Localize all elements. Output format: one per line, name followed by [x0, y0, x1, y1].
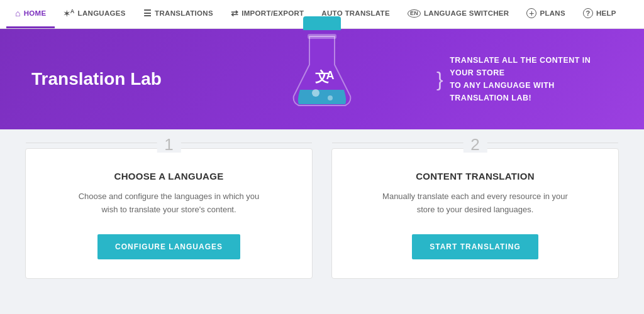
- plans-icon: +: [526, 8, 536, 18]
- translations-icon: ☰: [143, 9, 152, 18]
- nav-item-language-switcher[interactable]: EN LANGUAGE SWITCHER: [399, 0, 518, 28]
- step-card-2: 2 CONTENT TRANSLATION Manually translate…: [331, 148, 619, 279]
- nav-item-home[interactable]: ⌂ HOME: [6, 0, 55, 28]
- hero-tagline: } TRANSLATE ALL THE CONTENT IN YOUR STOR…: [436, 54, 613, 104]
- nav-label-translations: TRANSLATIONS: [155, 9, 213, 17]
- nav-item-help[interactable]: ? HELP: [574, 0, 625, 28]
- hero-flask-illustration: 文 A: [287, 16, 357, 112]
- help-icon: ?: [583, 8, 593, 18]
- step-description-1: Choose and configure the languages in wh…: [75, 190, 264, 217]
- flask-svg: 文 A: [287, 30, 357, 112]
- hero-title: Translation Lab: [31, 69, 195, 89]
- hero-banner: Translation Lab 文 A } TRANSLATE ALL THE …: [0, 29, 644, 129]
- language-switcher-icon: EN: [408, 9, 421, 18]
- languages-icon: ✶A: [64, 9, 74, 18]
- svg-point-1: [312, 89, 319, 97]
- nav-item-plans[interactable]: + PLANS: [518, 0, 574, 28]
- tagline-brace: }: [436, 69, 443, 89]
- nav-item-languages[interactable]: ✶A LANGUAGES: [55, 0, 134, 28]
- step-title-2: CONTENT TRANSLATION: [416, 171, 535, 181]
- step-card-1: 1 CHOOSE A LANGUAGE Choose and configure…: [25, 148, 313, 279]
- nav-label-languages: LANGUAGES: [78, 9, 126, 17]
- configure-languages-button[interactable]: CONFIGURE LANGUAGES: [97, 234, 240, 259]
- tagline-text: TRANSLATE ALL THE CONTENT IN YOUR STORE …: [450, 54, 613, 104]
- start-translating-button[interactable]: START TRANSLATING: [412, 234, 538, 259]
- svg-rect-0: [308, 34, 336, 39]
- nav-label-plans: PLANS: [540, 9, 565, 17]
- step-number-2: 2: [463, 136, 487, 153]
- step-title-1: CHOOSE A LANGUAGE: [114, 171, 224, 181]
- step-number-1: 1: [157, 136, 180, 153]
- nav-label-language-switcher: LANGUAGE SWITCHER: [424, 9, 509, 17]
- svg-point-2: [328, 95, 333, 100]
- svg-text:A: A: [326, 69, 335, 82]
- step-description-2: Manually translate each and every resour…: [381, 190, 570, 217]
- steps-section: 1 CHOOSE A LANGUAGE Choose and configure…: [0, 129, 644, 291]
- nav-item-translations[interactable]: ☰ TRANSLATIONS: [135, 0, 222, 28]
- tagline-line2: TO ANY LANGUAGE WITH TRANSLATION LAB!: [450, 79, 613, 104]
- nav-label-home: HOME: [24, 9, 47, 17]
- nav-label-help: HELP: [596, 9, 616, 17]
- flask-liquid-top: [303, 16, 341, 30]
- home-icon: ⌂: [15, 9, 21, 18]
- tagline-line1: TRANSLATE ALL THE CONTENT IN YOUR STORE: [450, 54, 613, 79]
- import-export-icon: ⇄: [231, 9, 238, 18]
